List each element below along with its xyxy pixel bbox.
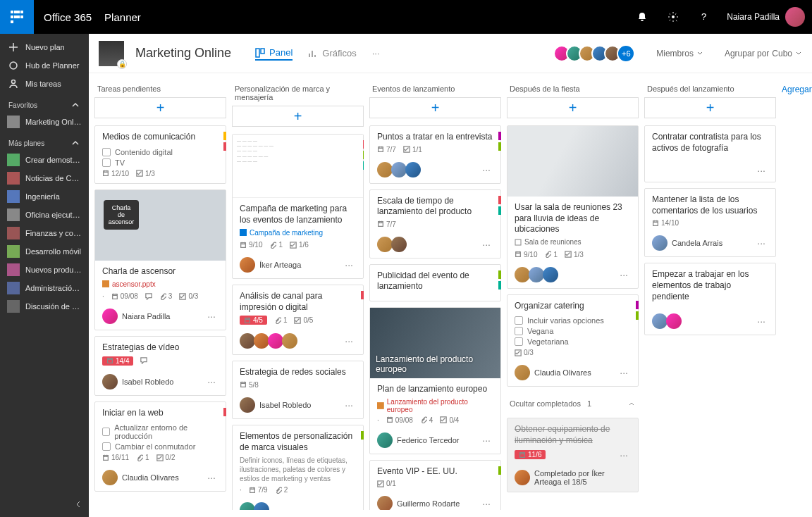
notifications-icon[interactable] [627, 0, 658, 34]
user-menu[interactable]: Naiara Padilla [720, 7, 812, 27]
svg-rect-8 [377, 402, 384, 409]
new-plan[interactable]: Nuevo plan [0, 38, 89, 56]
task-card[interactable]: — — — —— — — — — — —— — — —— — — — — —— … [232, 134, 364, 279]
card-more-icon[interactable]: ··· [617, 269, 631, 280]
add-task-button[interactable]: + [232, 106, 364, 127]
card-more-icon[interactable]: ··· [342, 504, 356, 510]
task-card[interactable]: Iniciar en la webActualizar entorno de p… [94, 401, 226, 492]
card-more-icon[interactable]: ··· [204, 311, 219, 322]
chevron-up-icon [70, 100, 80, 110]
more-plans-section[interactable]: Más planes [0, 131, 89, 151]
task-card[interactable]: Escala de tiempo de lanzamiento del prod… [369, 189, 501, 258]
svg-rect-6 [102, 280, 109, 287]
task-card[interactable]: Publicidad del evento de lanzamiento [369, 264, 501, 301]
user-name: Naiara Padilla [727, 12, 780, 22]
card-more-icon[interactable]: ··· [204, 472, 219, 483]
bucket-title: Personalización de marca y mensajería [232, 80, 364, 106]
task-card[interactable]: Evento VIP - EE. UU. 0/1Guillermo Rodart… [369, 460, 501, 510]
collapse-sidebar[interactable] [73, 499, 83, 511]
user-avatar [785, 7, 805, 27]
plan-title: Marketing Online [135, 46, 231, 61]
more-menu[interactable]: ··· [372, 46, 380, 60]
completed-task-card[interactable]: Obtener equipamiento de iluminación y mú… [507, 418, 639, 492]
card-more-icon[interactable]: ··· [342, 259, 356, 270]
group-by[interactable]: Agrupar por Cubo [725, 49, 802, 58]
sidebar-plan-item[interactable]: Desarrollo móvil [0, 242, 89, 261]
card-more-icon[interactable]: ··· [617, 449, 631, 461]
add-task-button[interactable]: + [507, 97, 639, 118]
bucket-title: Después de la fiesta [507, 80, 639, 97]
task-card[interactable]: Medios de comunicaciónContenido digitalT… [94, 125, 226, 184]
card-more-icon[interactable]: ··· [342, 335, 356, 347]
card-more-icon[interactable]: ··· [479, 498, 493, 509]
svg-point-0 [672, 15, 675, 18]
task-card[interactable]: Mantener la lista de los comentarios de … [644, 188, 776, 257]
card-more-icon[interactable]: ··· [342, 399, 356, 411]
svg-rect-9 [515, 239, 521, 245]
bucket-title: Eventos de lanzamiento [369, 80, 501, 97]
sidebar-plan-item[interactable]: Discusión de grupo [0, 297, 89, 316]
card-more-icon[interactable]: ··· [479, 164, 493, 175]
svg-text:?: ? [701, 11, 706, 22]
sidebar-plan-item[interactable]: Nuevos productos [0, 261, 89, 279]
favorites-section[interactable]: Favoritos [0, 93, 89, 113]
sidebar-plan-item[interactable]: Ingeniería [0, 187, 89, 206]
card-more-icon[interactable]: ··· [754, 316, 768, 327]
task-card[interactable]: Estrategia de redes sociales 5/8Isabel R… [232, 361, 364, 419]
app-name: Planner [104, 11, 141, 23]
task-card[interactable]: Organizar cateringIncluir varias opcione… [507, 294, 639, 387]
task-card[interactable]: Empezar a trabajar en los elementos de t… [644, 263, 776, 335]
task-card[interactable]: Contratar contratista para los activos d… [644, 125, 776, 182]
sidebar-plan-item[interactable]: Administración de pro… [0, 279, 89, 297]
svg-rect-7 [240, 229, 247, 236]
add-task-button[interactable]: + [369, 97, 501, 118]
card-more-icon[interactable]: ··· [617, 367, 631, 378]
planner-hub[interactable]: Hub de Planner [0, 56, 89, 75]
lock-icon: 🔒 [117, 59, 127, 69]
task-card[interactable]: Lanzamiento del producto europeoPlan de … [369, 307, 501, 454]
task-card[interactable]: Usar la sala de reuniones 23 para lluvia… [507, 125, 639, 289]
task-card[interactable]: Elementos de personalización de marca vi… [232, 425, 364, 510]
task-card[interactable]: Puntos a tratar en la entrevista 7/7 1/1… [369, 125, 501, 184]
bucket-title: Tareas pendientes [94, 80, 226, 97]
svg-rect-4 [256, 49, 259, 57]
my-tasks[interactable]: Mis tareas [0, 75, 89, 93]
card-more-icon[interactable]: ··· [479, 239, 493, 250]
sidebar-plan-item[interactable]: Noticias de Contoso [0, 169, 89, 187]
favorite-plan-item[interactable]: Marketing Online [0, 113, 89, 131]
member-stack[interactable]: +6 [558, 44, 635, 63]
more-members-badge: +6 [617, 44, 635, 63]
help-icon[interactable]: ? [689, 0, 720, 34]
tab-panel[interactable]: Panel [255, 46, 293, 61]
tab-charts[interactable]: Gráficos [308, 46, 356, 60]
add-task-button[interactable]: + [94, 97, 226, 118]
add-task-button[interactable]: + [644, 97, 776, 118]
card-more-icon[interactable]: ··· [204, 376, 219, 387]
svg-rect-5 [261, 49, 264, 54]
svg-point-3 [12, 80, 16, 84]
sidebar-plan-item[interactable]: Oficina ejecutiva [0, 206, 89, 224]
members-link[interactable]: Miembros [656, 49, 703, 58]
sidebar: Nuevo plan Hub de Planner Mis tareas Fav… [0, 34, 89, 517]
task-card[interactable]: Análisis de canal para impresión o digit… [232, 285, 364, 355]
hide-completed-toggle[interactable]: Ocultar completados 1 [507, 395, 639, 412]
app-launcher[interactable] [0, 0, 34, 34]
sidebar-plan-item[interactable]: Crear demostración [0, 151, 89, 169]
suite-name: Office 365 [44, 11, 92, 23]
chevron-up-icon [70, 138, 80, 148]
card-more-icon[interactable]: ··· [754, 237, 768, 249]
card-more-icon[interactable]: ··· [754, 165, 768, 176]
svg-point-2 [10, 62, 17, 69]
task-card[interactable]: Estrategias de vídeo14/4 Isabel Robledo·… [94, 336, 226, 396]
bucket-title: Después del lanzamiento [644, 80, 776, 97]
add-bucket[interactable]: Agregar nue [779, 80, 812, 510]
task-card[interactable]: Charla de ascensorCharla de ascensorasce… [94, 189, 226, 331]
sidebar-plan-item[interactable]: Finanzas y contabilidad [0, 224, 89, 242]
settings-icon[interactable] [658, 0, 689, 34]
card-more-icon[interactable]: ··· [479, 435, 493, 446]
